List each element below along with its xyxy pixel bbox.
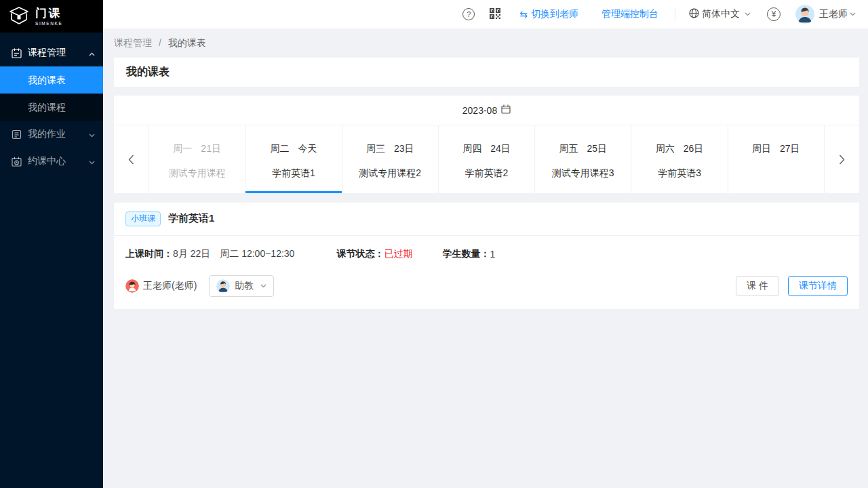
next-week-button[interactable]	[824, 125, 859, 193]
weekday-label: 周三	[366, 143, 385, 155]
language-selector[interactable]: 简体中文	[689, 8, 751, 20]
breadcrumb: 课程管理 / 我的课表	[114, 37, 859, 49]
user-name: 王老师	[819, 8, 848, 20]
admin-console-link[interactable]: 管理端控制台	[601, 8, 658, 20]
sidebar-item-label: 课程管理	[28, 47, 66, 59]
lesson-details: 上课时间： 8月 22日 周二 12:00~12:30 课节状态： 已过期 学生…	[114, 236, 859, 270]
swap-icon: ⇆	[519, 9, 528, 20]
page-title-card: 我的课表	[114, 58, 859, 87]
qrcode-icon	[489, 7, 501, 22]
week-calendar: 2023-08 周一 21日	[114, 96, 859, 193]
homework-icon	[12, 129, 22, 140]
weekday-label: 周六	[656, 143, 675, 155]
lesson-detail-button[interactable]: 课节详情	[788, 276, 848, 296]
weekday-label: 周二	[270, 143, 289, 155]
day-tab-monday[interactable]: 周一 21日 测试专用课程	[149, 125, 245, 193]
switch-to-teacher-link[interactable]: ⇆ 切换到老师	[519, 8, 578, 20]
admin-console-label: 管理端控制台	[601, 8, 658, 20]
lesson-status-value: 已过期	[384, 248, 412, 260]
sidebar-item-label: 我的作业	[28, 128, 66, 140]
day-tab-sunday[interactable]: 周日 27日	[728, 125, 824, 193]
day-course-label: 测试专用课程	[169, 167, 226, 180]
sidebar-menu: 课程管理 我的课表 我的课程 我的作业	[0, 33, 103, 175]
teacher-name: 王老师(老师)	[143, 280, 197, 292]
day-tab-thursday[interactable]: 周四 24日 学前英语2	[439, 125, 535, 193]
lesson-status-label: 课节状态：	[336, 248, 384, 260]
calendar-icon	[12, 48, 22, 58]
app-brand: SIMENKE	[35, 21, 62, 26]
help-button[interactable]: ?	[462, 8, 475, 20]
date-label: 26日	[684, 143, 704, 155]
chevron-down-icon	[745, 11, 751, 18]
month-label: 2023-08	[462, 105, 497, 116]
date-label: 23日	[394, 143, 414, 155]
student-count-value: 1	[490, 249, 495, 260]
chevron-down-icon	[89, 129, 95, 140]
month-selector[interactable]: 2023-08	[114, 96, 859, 125]
chevron-down-icon	[850, 11, 856, 18]
currency-icon: ¥	[767, 7, 781, 21]
help-icon: ?	[462, 8, 475, 20]
app-name: 门课	[35, 7, 62, 19]
previous-week-button[interactable]	[114, 125, 149, 193]
day-tab-tuesday[interactable]: 周二 今天 学前英语1	[245, 125, 342, 193]
sidebar-item-my-homework[interactable]: 我的作业	[0, 121, 103, 148]
day-tab-wednesday[interactable]: 周三 23日 测试专用课程2	[342, 125, 439, 193]
sidebar-item-label: 约课中心	[28, 155, 66, 167]
date-label: 27日	[780, 143, 800, 155]
day-course-label: 测试专用课程2	[359, 167, 421, 180]
user-avatar	[795, 5, 814, 24]
date-label: 25日	[587, 143, 607, 155]
day-tab-saturday[interactable]: 周六 26日 学前英语3	[631, 125, 728, 193]
assistant-label: 助教	[235, 280, 254, 292]
lesson-time-date: 8月 22日	[173, 248, 210, 260]
assistant-avatar	[216, 279, 230, 293]
header-divider	[675, 7, 675, 22]
date-label: 21日	[201, 143, 221, 155]
class-type-badge: 小班课	[125, 211, 161, 226]
weekday-label: 周五	[559, 143, 578, 155]
sidebar-item-booking-center[interactable]: 约课中心	[0, 148, 103, 175]
user-menu[interactable]: 王老师	[795, 5, 856, 24]
page-content: 课程管理 / 我的课表 我的课表 2023-08	[103, 28, 868, 309]
date-label: 今天	[298, 143, 317, 155]
weekday-label: 周日	[752, 143, 771, 155]
date-label: 24日	[490, 143, 511, 155]
qrcode-button[interactable]	[489, 7, 501, 22]
calendar-picker-icon[interactable]	[501, 104, 511, 116]
student-count-label: 学生数量：	[442, 248, 490, 260]
breadcrumb-parent[interactable]: 课程管理	[114, 37, 152, 48]
globe-icon	[689, 8, 699, 20]
sidebar: 门课 SIMENKE 课程管理 我的课表	[0, 0, 103, 488]
day-course-label: 测试专用课程3	[552, 167, 614, 180]
app-logo[interactable]: 门课 SIMENKE	[0, 0, 103, 33]
lesson-footer: 王老师(老师) 助教	[114, 270, 859, 309]
switch-to-teacher-label: 切换到老师	[531, 8, 578, 20]
day-course-label: 学前英语2	[465, 167, 509, 180]
lesson-header: 小班课 学前英语1	[114, 203, 859, 236]
currency-button[interactable]: ¥	[767, 7, 781, 21]
teacher-chip: 王老师(老师)	[125, 279, 197, 293]
lesson-card: 小班课 学前英语1 上课时间： 8月 22日 周二 12:00~12:30 课节…	[114, 203, 859, 309]
sidebar-submenu: 我的课表 我的课程	[0, 66, 103, 121]
weekday-label: 周一	[173, 143, 192, 155]
teacher-avatar	[125, 279, 139, 293]
day-course-label: 学前英语3	[658, 167, 701, 180]
chevron-up-icon	[89, 47, 95, 58]
week-row: 周一 21日 测试专用课程 周二 今天 学前英语1	[114, 125, 859, 193]
weekday-label: 周四	[462, 143, 481, 155]
app-root: 门课 SIMENKE 课程管理 我的课表	[0, 0, 868, 488]
lesson-title: 学前英语1	[168, 212, 214, 225]
lesson-time-range: 周二 12:00~12:30	[220, 248, 294, 260]
sidebar-item-course-management[interactable]: 课程管理	[0, 39, 103, 66]
top-header: ? ⇆ 切换到老师 管理端控制台	[103, 0, 868, 28]
day-tab-friday[interactable]: 周五 25日 测试专用课程3	[535, 125, 631, 193]
lesson-time-label: 上课时间：	[125, 248, 173, 260]
breadcrumb-current: 我的课表	[168, 37, 206, 48]
courseware-button[interactable]: 课 件	[736, 276, 779, 296]
sidebar-item-my-schedule[interactable]: 我的课表	[0, 66, 103, 94]
sidebar-item-my-courses[interactable]: 我的课程	[0, 94, 103, 121]
assistant-dropdown[interactable]: 助教	[209, 275, 274, 297]
logo-cube-icon	[9, 7, 29, 26]
day-course-label: 学前英语1	[272, 167, 315, 180]
